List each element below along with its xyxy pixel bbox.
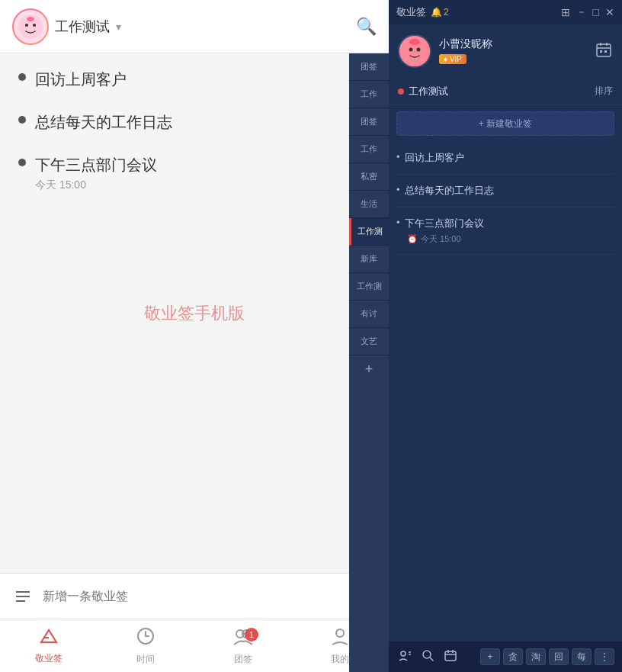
- nav-item-jingye[interactable]: 敬业签: [0, 627, 98, 665]
- sidebar-tab-1[interactable]: 工作: [349, 81, 389, 108]
- sidebar-tab-5[interactable]: 生活: [349, 191, 389, 218]
- user-calendar-icon[interactable]: [595, 40, 613, 63]
- desktop-bottom-bar: + 贪 淘 回 每 ⋮: [389, 641, 622, 672]
- jingye-icon: [38, 627, 59, 650]
- bottom-icons-left: [396, 647, 459, 667]
- todo-text-1: 回访上周客户: [35, 69, 370, 90]
- desktop-todo-list: 回访上周客户 总结每天的工作日志 下午三点部门会议 ⏰ 今天 15:00: [389, 142, 622, 641]
- bell-count: 2: [444, 7, 449, 18]
- svg-rect-22: [597, 44, 611, 56]
- sidebar-tab-discuss[interactable]: 有讨: [349, 301, 389, 328]
- sidebar-tab-4[interactable]: 私密: [349, 163, 389, 191]
- time-icon: [136, 626, 156, 651]
- svg-point-20: [417, 48, 421, 52]
- todo-text-3: 下午三点部门会议: [35, 154, 370, 175]
- user-info: 小曹没昵称 ♦ VIP: [439, 37, 587, 65]
- task-panel: 工作测试 排序 + 新建敬业签 回访上周客户 总结每天的工作日志 下午三点部门会…: [389, 78, 622, 641]
- nav-item-time[interactable]: 时间: [98, 626, 195, 666]
- svg-point-1: [25, 24, 28, 27]
- menu-icon: [14, 587, 32, 606]
- sidebar-add-button[interactable]: +: [349, 355, 389, 383]
- search-bottom-icon[interactable]: [419, 647, 436, 667]
- calendar-bottom-icon[interactable]: [442, 647, 459, 667]
- todo-item-2[interactable]: 总结每天的工作日志: [18, 111, 370, 133]
- task-title-area: 工作测试: [398, 85, 448, 98]
- desktop-todo-item-3[interactable]: 下午三点部门会议 ⏰ 今天 15:00: [396, 207, 614, 255]
- mine-icon: [330, 626, 350, 651]
- tao-action-btn[interactable]: 淘: [526, 648, 546, 665]
- time-clock-icon: ⏰: [407, 234, 418, 244]
- svg-point-28: [401, 651, 406, 656]
- todo-content-2: 总结每天的工作日志: [35, 111, 370, 133]
- tan-action-btn[interactable]: 贪: [503, 648, 523, 665]
- input-left-icon[interactable]: [9, 583, 37, 610]
- mobile-bottom-nav: 敬业签 时间 1 团签: [0, 619, 389, 672]
- desktop-todo-time-3: ⏰ 今天 15:00: [407, 233, 614, 245]
- todo-content-3: 下午三点部门会议 今天 15:00: [35, 154, 370, 192]
- todo-dot-1: [18, 73, 26, 81]
- window-minimize-btn[interactable]: －: [576, 5, 587, 19]
- add-action-btn[interactable]: +: [480, 648, 500, 665]
- desktop-title-bar: 敬业签 🔔 2 ⊞ － □ ✕: [389, 0, 622, 24]
- window-settings-icon[interactable]: ⊞: [561, 6, 570, 18]
- mobile-title: 工作测试: [55, 18, 110, 36]
- desktop-window-controls: ⊞ － □ ✕: [561, 5, 614, 19]
- todo-text-2: 总结每天的工作日志: [35, 111, 370, 133]
- sort-button[interactable]: 排序: [595, 85, 613, 98]
- title-dropdown-arrow[interactable]: ▾: [116, 21, 121, 33]
- desktop-header-left: 敬业签 🔔 2: [396, 5, 449, 19]
- header-left: 工作测试 ▾: [12, 8, 121, 45]
- new-task-input[interactable]: [43, 590, 346, 603]
- svg-point-2: [33, 24, 36, 27]
- search-icon[interactable]: 🔍: [356, 17, 377, 37]
- desktop-todo-text-2: 总结每天的工作日志: [396, 184, 614, 198]
- desktop-time-value: 今天 15:00: [421, 233, 461, 245]
- sidebar-tabs: 团签 工作 团签 工作 私密 生活 工作测 新库 工作测 有讨 文艺 +: [349, 53, 389, 672]
- svg-point-17: [336, 629, 344, 637]
- tuanjian-badge: 1: [245, 628, 258, 641]
- svg-rect-26: [600, 50, 602, 53]
- app-logo: [12, 8, 49, 45]
- mei-action-btn[interactable]: 每: [572, 648, 592, 665]
- sidebar-tab-arts[interactable]: 文艺: [349, 328, 389, 355]
- back-action-btn[interactable]: 回: [549, 648, 569, 665]
- desktop-app-name: 敬业签: [396, 5, 426, 19]
- sidebar-tab-work-test[interactable]: 工作测: [349, 218, 389, 246]
- sidebar-tab-2[interactable]: 团签: [349, 108, 389, 136]
- new-task-button[interactable]: + 新建敬业签: [396, 111, 614, 136]
- todo-content-1: 回访上周客户: [35, 69, 370, 90]
- mobile-title-area: 工作测试 ▾: [55, 18, 121, 36]
- desktop-todo-text-3: 下午三点部门会议: [396, 217, 614, 230]
- svg-point-21: [409, 39, 420, 45]
- sidebar-tab-new[interactable]: 新库: [349, 246, 389, 273]
- window-close-btn[interactable]: ✕: [605, 6, 614, 18]
- sidebar-tab-work-test2[interactable]: 工作测: [349, 273, 389, 301]
- bell-icon: 🔔: [431, 7, 442, 18]
- sidebar-tab-3[interactable]: 工作: [349, 136, 389, 163]
- user-name: 小曹没昵称: [439, 37, 587, 51]
- nav-label-jingye: 敬业签: [35, 652, 63, 665]
- sidebar-tab-0[interactable]: 团签: [349, 53, 389, 81]
- nav-label-tuanjian: 团签: [234, 653, 252, 666]
- svg-point-3: [27, 17, 34, 21]
- more-action-btn[interactable]: ⋮: [595, 648, 614, 665]
- window-maximize-btn[interactable]: □: [593, 6, 599, 18]
- desktop-todo-item-2[interactable]: 总结每天的工作日志: [396, 175, 614, 207]
- task-title: 工作测试: [409, 85, 448, 98]
- nav-item-tuanjian[interactable]: 1 团签: [194, 626, 292, 666]
- task-dot: [398, 88, 404, 95]
- mobile-watermark: 敬业签手机版: [144, 302, 245, 325]
- header-right: 🔍: [356, 17, 377, 37]
- todo-dot-3: [18, 159, 26, 166]
- todo-item-3[interactable]: 下午三点部门会议 今天 15:00: [18, 154, 370, 192]
- desktop-app-window: 敬业签 🔔 2 ⊞ － □ ✕ 小曹没昵称 ♦ VIP: [389, 0, 622, 672]
- desktop-todo-text-1: 回访上周客户: [396, 151, 614, 165]
- svg-point-19: [409, 48, 413, 52]
- contacts-icon[interactable]: [396, 647, 413, 667]
- notification-bell[interactable]: 🔔 2: [431, 7, 449, 18]
- todo-item-1[interactable]: 回访上周客户: [18, 69, 370, 90]
- desktop-todo-item-1[interactable]: 回访上周客户: [396, 142, 614, 175]
- mobile-todo-list: 回访上周客户 总结每天的工作日志 下午三点部门会议 今天 15:00 敬业签手机…: [0, 53, 389, 573]
- user-profile: 小曹没昵称 ♦ VIP: [389, 24, 622, 78]
- user-avatar: [398, 34, 431, 68]
